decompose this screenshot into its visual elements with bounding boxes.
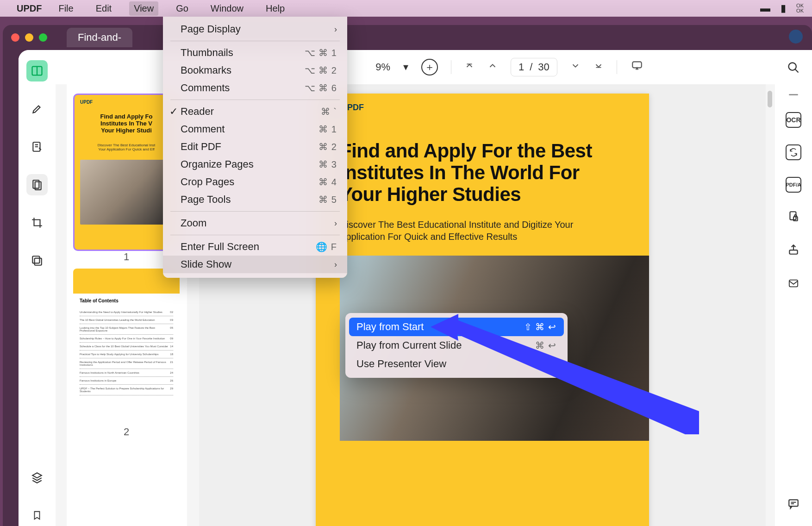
thumb-toc-lines: Understanding the Need to Apply Internat… bbox=[80, 308, 173, 395]
edit-tool-button[interactable] bbox=[26, 136, 48, 157]
thumb-2-number: 2 bbox=[73, 426, 180, 438]
thumbnail-2[interactable]: Table of Contents Understanding the Need… bbox=[73, 269, 180, 438]
menu-go[interactable]: Go bbox=[171, 1, 193, 16]
toolbar-divider bbox=[451, 60, 451, 74]
menu-edit-pdf[interactable]: Edit PDF⌘ 2 bbox=[163, 138, 347, 156]
menu-view[interactable]: View bbox=[129, 1, 158, 16]
layers-button[interactable] bbox=[26, 467, 48, 488]
menu-window[interactable]: Window bbox=[206, 1, 248, 16]
convert-button[interactable] bbox=[786, 144, 801, 160]
crop-tool-button[interactable] bbox=[26, 212, 48, 233]
batch-tool-button[interactable] bbox=[26, 250, 48, 271]
menu-zoom[interactable]: Zoom› bbox=[163, 214, 347, 232]
menu-organize-pages[interactable]: Organize Pages⌘ 3 bbox=[163, 156, 347, 173]
next-page-button[interactable] bbox=[570, 61, 581, 74]
svg-rect-9 bbox=[789, 250, 797, 254]
menu-help[interactable]: Help bbox=[261, 1, 289, 16]
svg-rect-11 bbox=[789, 500, 798, 506]
rail-divider bbox=[789, 94, 798, 95]
left-rail bbox=[19, 50, 56, 526]
ocr-button[interactable]: OCR bbox=[786, 112, 801, 128]
submenu-use-presenter-view[interactable]: Use Presenter View⌥ ↩ bbox=[349, 355, 564, 373]
doc-sub: Discover The Best Educational Institute … bbox=[340, 219, 603, 243]
menu-crop-pages[interactable]: Crop Pages⌘ 4 bbox=[163, 173, 347, 191]
submenu-play-from-current[interactable]: Play from Current Slide⌘ ↩ bbox=[349, 336, 564, 355]
pdfa-button[interactable]: PDF/A bbox=[786, 177, 801, 193]
svg-rect-4 bbox=[32, 256, 39, 263]
thumb-headline: Find and Apply Fo Institutes In The V Yo… bbox=[80, 113, 173, 134]
first-page-button[interactable] bbox=[464, 61, 475, 74]
svg-point-6 bbox=[789, 63, 796, 70]
statusbar-icon-2[interactable]: ▮ bbox=[781, 2, 786, 14]
view-menu-dropdown: Page Display› Thumbnails⌥ ⌘ 1 Bookmarks⌥… bbox=[163, 17, 347, 278]
menu-reader[interactable]: ✓Reader⌘ ` bbox=[163, 103, 347, 120]
doc-headline: Find and Apply For the Best Institutes I… bbox=[340, 140, 621, 205]
total-pages: 30 bbox=[538, 61, 549, 73]
menu-thumbnails[interactable]: Thumbnails⌥ ⌘ 1 bbox=[163, 44, 347, 62]
highlight-tool-button[interactable] bbox=[26, 98, 48, 119]
zoom-in-button[interactable]: ＋ bbox=[421, 59, 438, 75]
macos-menubar: UPDF File Edit View Go Window Help ▬ ▮ O… bbox=[0, 0, 812, 17]
thumb-photo bbox=[80, 160, 164, 225]
zoom-value[interactable]: 9% bbox=[375, 61, 390, 73]
page-sep: / bbox=[530, 61, 532, 73]
svg-rect-7 bbox=[790, 212, 796, 219]
menu-bookmarks[interactable]: Bookmarks⌥ ⌘ 2 bbox=[163, 62, 347, 79]
current-page[interactable]: 1 bbox=[518, 61, 524, 73]
prev-page-button[interactable] bbox=[487, 61, 498, 74]
submenu-play-from-start[interactable]: Play from Start⇧ ⌘ ↩ bbox=[349, 318, 564, 336]
menu-file[interactable]: File bbox=[54, 1, 78, 16]
comments-panel-button[interactable] bbox=[787, 497, 800, 513]
mail-button[interactable] bbox=[787, 276, 800, 292]
app-window: Find-and- OCR PDF/A bbox=[3, 25, 812, 526]
organize-pages-button[interactable] bbox=[26, 174, 48, 195]
menu-page-display[interactable]: Page Display› bbox=[163, 20, 347, 38]
svg-rect-5 bbox=[35, 258, 42, 265]
window-zoom-button[interactable] bbox=[39, 33, 47, 42]
status-text: OK OK bbox=[796, 3, 804, 13]
thumb-brand: UPDF bbox=[80, 100, 93, 105]
presentation-button[interactable] bbox=[630, 60, 644, 75]
statusbar-icon-1[interactable]: ▬ bbox=[760, 2, 770, 14]
slideshow-submenu: Play from Start⇧ ⌘ ↩ Play from Current S… bbox=[345, 313, 568, 378]
account-avatar[interactable] bbox=[789, 30, 803, 44]
menu-page-tools[interactable]: Page Tools⌘ 5 bbox=[163, 191, 347, 208]
right-rail: OCR PDF/A bbox=[775, 50, 812, 526]
last-page-button[interactable] bbox=[593, 61, 604, 74]
reader-mode-button[interactable] bbox=[26, 60, 48, 81]
menu-slide-show[interactable]: Slide Show› bbox=[163, 256, 347, 273]
thumb-toc-title: Table of Contents bbox=[80, 298, 119, 303]
document-tab[interactable]: Find-and- bbox=[67, 28, 132, 47]
titlebar: Find-and- bbox=[3, 25, 812, 50]
svg-rect-10 bbox=[789, 280, 798, 287]
app-name[interactable]: UPDF bbox=[17, 3, 42, 14]
protect-button[interactable] bbox=[787, 209, 800, 226]
zoom-dropdown-icon[interactable]: ▾ bbox=[403, 61, 408, 73]
menu-comment-mode[interactable]: Comment⌘ 1 bbox=[163, 120, 347, 138]
page-indicator[interactable]: 1 / 30 bbox=[511, 58, 557, 76]
window-close-button[interactable] bbox=[11, 33, 19, 42]
menu-enter-fullscreen[interactable]: Enter Full Screen🌐 F bbox=[163, 238, 347, 256]
search-icon[interactable] bbox=[787, 61, 800, 77]
menu-comments[interactable]: Comments⌥ ⌘ 6 bbox=[163, 79, 347, 97]
document-page: UPDF Find and Apply For the Best Institu… bbox=[316, 94, 649, 526]
share-button[interactable] bbox=[787, 243, 800, 259]
bookmark-button[interactable] bbox=[26, 505, 48, 526]
vertical-scrollbar[interactable] bbox=[768, 91, 772, 107]
content-area: OCR PDF/A 9% ▾ ＋ 1 / 30 bbox=[19, 50, 812, 526]
menu-edit[interactable]: Edit bbox=[91, 1, 116, 16]
window-minimize-button[interactable] bbox=[25, 33, 33, 42]
thumb-sub: Discover The Best Educational Inst Your … bbox=[80, 143, 173, 151]
toolbar-divider bbox=[617, 60, 617, 74]
